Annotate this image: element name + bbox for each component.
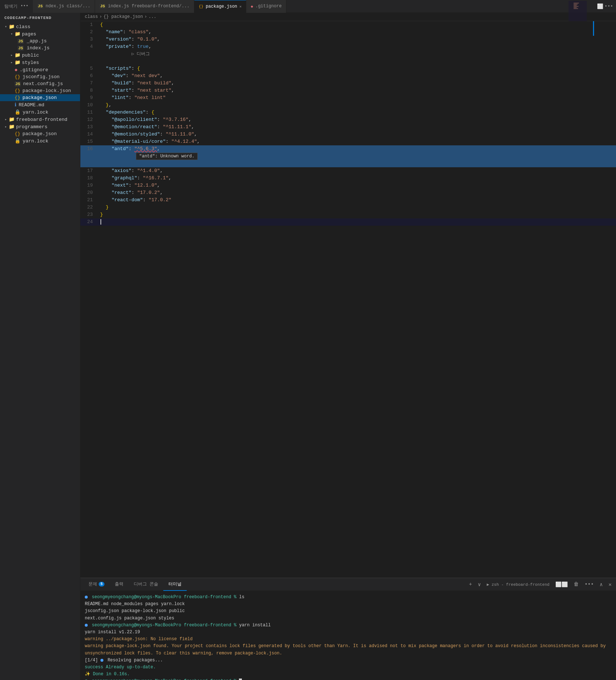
- close-panel-btn[interactable]: ✕: [607, 581, 613, 588]
- panel-tab-output[interactable]: 출력: [110, 578, 129, 591]
- line-num-8: 8: [80, 87, 99, 94]
- line-content-23: }: [99, 211, 616, 218]
- line-content-4: "private": true, ▷ 디버그: [99, 43, 616, 65]
- add-terminal-btn[interactable]: +: [467, 581, 473, 588]
- bottom-panel: 문제 5 출력 디버그 콘솔 터미널 + ∨ ▶ zsh - freeboard…: [80, 578, 616, 680]
- panel-tab-problems[interactable]: 문제 5: [83, 578, 110, 591]
- line-num-1: 1: [80, 21, 99, 28]
- breadcrumb-class: class: [85, 14, 98, 19]
- sidebar-label-jsconfig: jsconfig.json: [23, 74, 60, 80]
- sidebar-item-styles[interactable]: ▸ 📁 styles: [0, 59, 80, 66]
- arrow-down-icon: ▾: [3, 24, 9, 29]
- split-icon[interactable]: ⬜: [597, 3, 603, 9]
- breadcrumb-ellipsis: ...: [148, 14, 156, 19]
- line-num-20: 20: [80, 189, 99, 196]
- sidebar-item-jsconfig[interactable]: {} jsconfig.json: [0, 73, 80, 80]
- terminal-line-resolving: [1/4] Resolving packages...: [85, 657, 612, 664]
- arrow-right-icon-freeboard: ▸: [3, 117, 9, 122]
- line-num-2: 2: [80, 28, 99, 36]
- arrow-right-icon-prog: ▸: [3, 125, 9, 129]
- warning-2: warning package-lock.json found. Your pr…: [85, 643, 606, 656]
- tab-gitignore[interactable]: ◆ .gitignore: [246, 0, 286, 13]
- delete-terminal-btn[interactable]: 🗑: [572, 581, 580, 588]
- line-content-7: "build": "next build",: [99, 80, 616, 87]
- code-line-24: 24: [80, 218, 616, 226]
- sidebar-item-package-lock[interactable]: {} package-lock.json: [0, 87, 80, 94]
- terminal-line-final-prompt: seongmyeongchang@myongs-MacBookPro freeb…: [85, 678, 612, 680]
- line-num-19: 19: [80, 182, 99, 189]
- json-icon-jsconfig: {}: [15, 74, 20, 80]
- panel-actions: + ∨ ▶ zsh - freeboard-frontend ⬜⬜ 🗑 ••• …: [467, 581, 613, 588]
- code-line-15: 15 "@material-ui/core": "^4.12.4",: [80, 138, 616, 145]
- code-line-14: 14 "@emotion/styled": "^11.11.0",: [80, 131, 616, 138]
- tab-package-json[interactable]: {} package.json ✕: [194, 0, 247, 13]
- line-content-6: "dev": "next dev",: [99, 72, 616, 80]
- arrow-right-icon-styles: ▸: [9, 60, 15, 65]
- line-content-13: "@emotion/react": "^11.11.1",: [99, 123, 616, 131]
- line-num-23: 23: [80, 211, 99, 218]
- sidebar-item-freeboard[interactable]: ▸ 📁 freeboard-frontend: [0, 116, 80, 123]
- terminal-dropdown-btn[interactable]: ∨: [476, 581, 482, 588]
- code-line-20: 20 "react": "17.0.2",: [80, 189, 616, 196]
- more-panel-btn[interactable]: •••: [583, 581, 595, 588]
- sidebar-label-programmers: programmers: [16, 124, 47, 130]
- tab-bar: 탐색기 ••• JS ndex.js class/... JS index.js…: [0, 0, 616, 13]
- explorer-more-icon[interactable]: •••: [20, 4, 28, 9]
- yarn-icon: 🔒: [15, 109, 20, 115]
- sidebar-item-programmers[interactable]: ▸ 📁 programmers: [0, 123, 80, 130]
- sidebar-label-yarn-lock: yarn.lock: [23, 110, 48, 115]
- sidebar-item-class[interactable]: ▾ 📁 class: [0, 23, 80, 30]
- panel-tab-debug-console[interactable]: 디버그 콘솔: [129, 578, 163, 591]
- dot-blue-3: [100, 659, 103, 662]
- code-line-23: 23 }: [80, 211, 616, 218]
- line-content-5: "scripts": {: [99, 65, 616, 72]
- code-line-16: 16 "antd": "^5.6.3", "antd": Unknown wor…: [80, 145, 616, 167]
- sidebar-item-yarn-lock-2[interactable]: 🔒 yarn.lock: [0, 137, 80, 145]
- terminal-line-warning-2: warning package-lock.json found. Your pr…: [85, 643, 612, 657]
- sidebar-label-readme: README.md: [19, 102, 44, 108]
- tab-ndex-js[interactable]: JS ndex.js class/...: [33, 0, 95, 13]
- tab-ndex-label: ndex.js class/...: [46, 4, 90, 9]
- sidebar-label-class: class: [16, 24, 30, 30]
- done-text: ✨ Done in 0.16s.: [85, 672, 130, 677]
- debug-inline: ▷ 디버그: [132, 51, 150, 57]
- tab-explorer[interactable]: 탐색기 •••: [0, 0, 33, 13]
- sidebar-root-label: CODECAMP-FRONTEND: [0, 13, 80, 23]
- sidebar-item-package-json-2[interactable]: {} package.json: [0, 130, 80, 137]
- sidebar-item-pages[interactable]: ▾ 📁 pages: [0, 30, 80, 38]
- split-terminal-btn[interactable]: ⬜⬜: [554, 581, 569, 588]
- line-content-18: "graphql": "^16.7.1",: [99, 175, 616, 182]
- line-num-17: 17: [80, 167, 99, 175]
- scroll-indicator: [593, 21, 594, 36]
- maximize-panel-btn[interactable]: ∧: [598, 581, 604, 588]
- line-content-9: "lint": "next lint": [99, 94, 616, 102]
- problems-badge: 5: [99, 582, 104, 587]
- sidebar-item-readme[interactable]: ℹ README.md: [0, 101, 80, 108]
- sidebar-label-public: public: [22, 53, 39, 58]
- line-content-17: "axios": "^1.4.0",: [99, 167, 616, 175]
- sidebar-item-package-json[interactable]: {} package.json: [0, 94, 80, 101]
- tab-close-icon[interactable]: ✕: [239, 4, 242, 9]
- code-editor[interactable]: 1 { 2 "name": "class", 3 "version": "0.1…: [80, 21, 616, 578]
- terminal-content[interactable]: seongmyeongchang@myongs-MacBookPro freeb…: [80, 591, 616, 680]
- ls-output-3: next.config.js package.json styles: [85, 616, 174, 621]
- terminal-line-ls-2: jsconfig.json package-lock.json public: [85, 608, 612, 615]
- sidebar-item-next-config[interactable]: JS next.config.js: [0, 80, 80, 87]
- yarn-version: yarn install v1.22.19: [85, 630, 140, 635]
- sidebar-item-gitignore[interactable]: ◆ .gitignore: [0, 66, 80, 73]
- panel-tab-bar: 문제 5 출력 디버그 콘솔 터미널 + ∨ ▶ zsh - freeboard…: [80, 578, 616, 591]
- editor-area: class › {} package.json › ... ▓▓▓▓▓▓▓▓▓▓…: [80, 13, 616, 680]
- more-icon[interactable]: •••: [605, 4, 613, 9]
- line-num-21: 21: [80, 196, 99, 204]
- line-content-10: },: [99, 102, 616, 109]
- sidebar-item-app-js[interactable]: JS _app.js: [0, 38, 80, 45]
- sidebar-item-index-js[interactable]: JS index.js: [0, 45, 80, 51]
- panel-tab-terminal[interactable]: 터미널: [163, 578, 187, 591]
- line-num-14: 14: [80, 131, 99, 138]
- sidebar-item-public[interactable]: ▸ 📁 public: [0, 51, 80, 59]
- sidebar-item-yarn-lock[interactable]: 🔒 yarn.lock: [0, 108, 80, 116]
- tab-index-frontend[interactable]: JS index.js freeboard-frontend/...: [95, 0, 194, 13]
- line-num-4: 4: [80, 43, 99, 65]
- line-num-16: 16: [80, 145, 99, 167]
- sidebar-label-yarn-lock-2: yarn.lock: [23, 138, 48, 144]
